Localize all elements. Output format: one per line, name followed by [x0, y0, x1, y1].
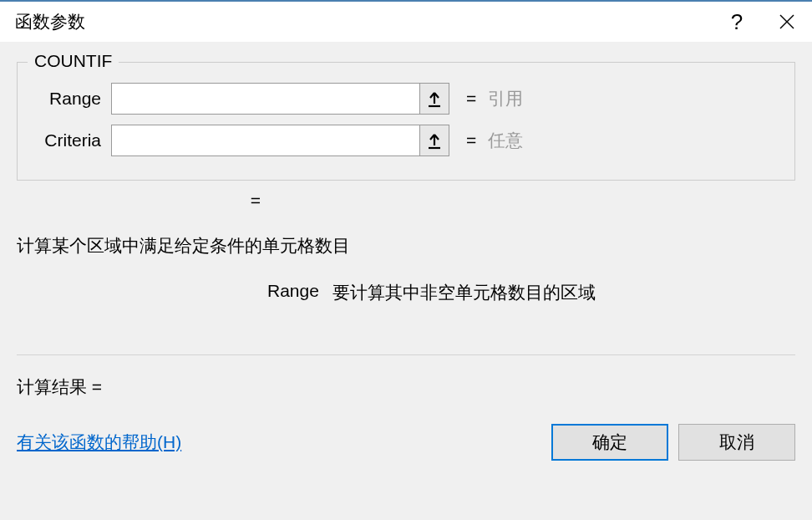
- title-bar: 函数参数 ?: [0, 2, 812, 42]
- close-icon: [779, 13, 795, 30]
- param-description-row: Range 要计算其中非空单元格数目的区域: [17, 281, 795, 304]
- dialog-title: 函数参数: [15, 10, 712, 33]
- function-name-legend: COUNTIF: [28, 51, 119, 71]
- param-hint-criteria: 任意: [488, 129, 523, 152]
- footer-buttons: 确定 取消: [551, 424, 795, 461]
- separator: [17, 354, 795, 355]
- function-arguments-dialog: 函数参数 ? COUNTIF Range: [0, 0, 812, 520]
- function-fieldset: COUNTIF Range = 引用 Criteria: [17, 62, 795, 181]
- dialog-footer: 有关该函数的帮助(H) 确定 取消: [17, 424, 795, 476]
- range-picker-button[interactable]: [419, 83, 449, 115]
- function-help-link[interactable]: 有关该函数的帮助(H): [17, 431, 181, 454]
- collapse-dialog-icon: [426, 89, 443, 108]
- param-row-criteria: Criteria = 任意: [34, 125, 778, 156]
- cancel-button[interactable]: 取消: [678, 424, 795, 461]
- param-row-range: Range = 引用: [34, 83, 778, 115]
- dialog-content: COUNTIF Range = 引用 Criteria: [0, 42, 812, 520]
- criteria-input[interactable]: [111, 125, 420, 156]
- param-input-wrap-criteria: [111, 125, 449, 156]
- param-hint-range: 引用: [488, 87, 523, 110]
- criteria-picker-button[interactable]: [419, 125, 449, 156]
- formula-result-preview: =: [17, 191, 795, 211]
- param-label-range: Range: [34, 89, 111, 109]
- help-button[interactable]: ?: [712, 2, 762, 42]
- param-desc-text: 要计算其中非空单元格数目的区域: [332, 281, 596, 304]
- param-desc-label: Range: [267, 281, 319, 304]
- collapse-dialog-icon: [426, 131, 443, 150]
- param-input-wrap-range: [111, 83, 449, 115]
- param-label-criteria: Criteria: [34, 130, 111, 150]
- close-button[interactable]: [762, 2, 812, 42]
- function-description: 计算某个区域中满足给定条件的单元格数目: [17, 234, 795, 257]
- calculation-result: 计算结果 =: [17, 375, 795, 399]
- title-bar-buttons: ?: [712, 2, 812, 42]
- range-input[interactable]: [111, 83, 420, 115]
- ok-button[interactable]: 确定: [551, 424, 668, 461]
- equals-sign: =: [466, 130, 476, 150]
- equals-sign: =: [466, 89, 476, 109]
